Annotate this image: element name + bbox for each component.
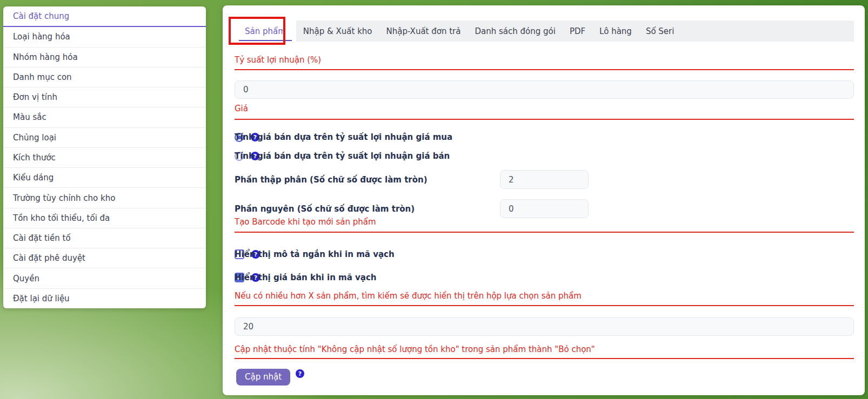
sidebar-item-product-group[interactable]: Nhóm hàng hóa: [3, 48, 206, 67]
section-divider: [235, 232, 854, 233]
tab-packing-list[interactable]: Danh sách đóng gói: [468, 21, 562, 42]
decimal-places-input[interactable]: [500, 170, 589, 189]
tab-lots[interactable]: Lô hàng: [592, 21, 639, 42]
sidebar-item-unit[interactable]: Đơn vị tính: [3, 87, 206, 107]
sidebar-item-prefix-settings[interactable]: Cài đặt tiền tố: [3, 228, 206, 248]
tab-products[interactable]: Sản phẩm: [235, 21, 296, 42]
decimal-places-row: Phần thập phân (Số chữ số được làm tròn): [235, 170, 854, 189]
submit-row: Cập nhật: [236, 368, 856, 386]
update-attr-section: Cập nhật thuộc tính "Không cập nhật số l…: [235, 343, 854, 355]
update-attr-label: Cập nhật thuộc tính "Không cập nhật số l…: [235, 344, 595, 354]
checkbox-show-price-label: Hiển thị giá bán khi in mã vạch: [235, 273, 376, 282]
tab-bar: Sản phẩm Nhập & Xuất kho Nhập-Xuất đơn t…: [235, 21, 854, 42]
checkbox-row-short-desc: Hiển thị mô tả ngắn khi in mã vạch: [235, 248, 854, 260]
radio-buy-margin-label: Tính giá bán dựa trên tỷ suất lợi nhuận …: [235, 132, 452, 142]
checkbox-short-description-label: Hiển thị mô tả ngắn khi in mã vạch: [235, 249, 395, 259]
sidebar-item-subcategory[interactable]: Danh mục con: [3, 67, 206, 87]
radio-row-buy-margin: Tính giá bán dựa trên tỷ suất lợi nhuận …: [235, 131, 854, 143]
search-limit-row: [235, 317, 854, 336]
section-divider: [235, 305, 854, 306]
sidebar-item-reset-data[interactable]: Đặt lại dữ liệu: [3, 289, 206, 308]
integer-places-label: Phần nguyên (Số chữ số được làm tròn): [235, 204, 415, 214]
tab-serial-numbers[interactable]: Số Seri: [639, 21, 682, 42]
radio-sell-margin-label: Tính giá bán dựa trên tỷ suất lợi nhuận …: [235, 151, 450, 161]
barcode-label: Tạo Barcode khi tạo mới sản phẩm: [235, 217, 376, 227]
sidebar-item-variety[interactable]: Chủng loại: [3, 128, 206, 148]
settings-sidebar: Cài đặt chung Loại hàng hóa Nhóm hàng hó…: [3, 6, 206, 308]
sidebar-item-stock-min-max[interactable]: Tồn kho tối thiểu, tối đa: [3, 208, 206, 228]
section-divider: [235, 119, 854, 120]
price-section: Giá: [235, 103, 854, 114]
tab-pdf[interactable]: PDF: [563, 21, 592, 42]
section-divider: [235, 358, 854, 359]
help-icon[interactable]: [296, 369, 304, 378]
sidebar-item-size[interactable]: Kích thước: [3, 148, 206, 168]
integer-places-input[interactable]: [500, 199, 589, 218]
checkbox-row-price: Hiển thị giá bán khi in mã vạch: [235, 272, 854, 283]
sidebar-item-product-type[interactable]: Loại hàng hóa: [3, 27, 206, 47]
sidebar-item-permissions[interactable]: Quyền: [3, 268, 206, 288]
profit-margin-section: Tỷ suất lợi nhuận (%): [235, 54, 854, 66]
profit-margin-label: Tỷ suất lợi nhuận (%): [235, 55, 321, 65]
tab-return-orders[interactable]: Nhập-Xuất đơn trả: [379, 21, 468, 42]
integer-places-row: Phần nguyên (Số chữ số được làm tròn): [235, 199, 854, 218]
settings-main-panel: Sản phẩm Nhập & Xuất kho Nhập-Xuất đơn t…: [223, 5, 865, 395]
update-button[interactable]: Cập nhật: [236, 369, 290, 386]
sidebar-item-general-settings[interactable]: Cài đặt chung: [3, 6, 206, 27]
section-divider: [235, 69, 854, 70]
profit-margin-row: [235, 80, 854, 99]
decimal-places-label: Phần thập phân (Số chữ số được làm tròn): [235, 175, 428, 185]
sidebar-item-approval-settings[interactable]: Cài đặt phê duyệt: [3, 248, 206, 268]
radio-row-sell-margin: Tính giá bán dựa trên tỷ suất lợi nhuận …: [235, 150, 854, 162]
search-limit-input[interactable]: [235, 317, 854, 336]
profit-margin-input[interactable]: [235, 80, 854, 99]
search-limit-label: Nếu có nhiều hơn X sản phẩm, tìm kiếm sẽ…: [235, 291, 582, 301]
price-label: Giá: [235, 104, 248, 113]
tab-import-export[interactable]: Nhập & Xuất kho: [296, 21, 379, 42]
barcode-section: Tạo Barcode khi tạo mới sản phẩm: [235, 216, 854, 228]
sidebar-item-custom-fields[interactable]: Trường tùy chỉnh cho kho: [3, 188, 206, 208]
sidebar-item-color[interactable]: Màu sắc: [3, 107, 206, 127]
search-limit-section: Nếu có nhiều hơn X sản phẩm, tìm kiếm sẽ…: [235, 290, 854, 302]
sidebar-item-style[interactable]: Kiểu dáng: [3, 168, 206, 188]
